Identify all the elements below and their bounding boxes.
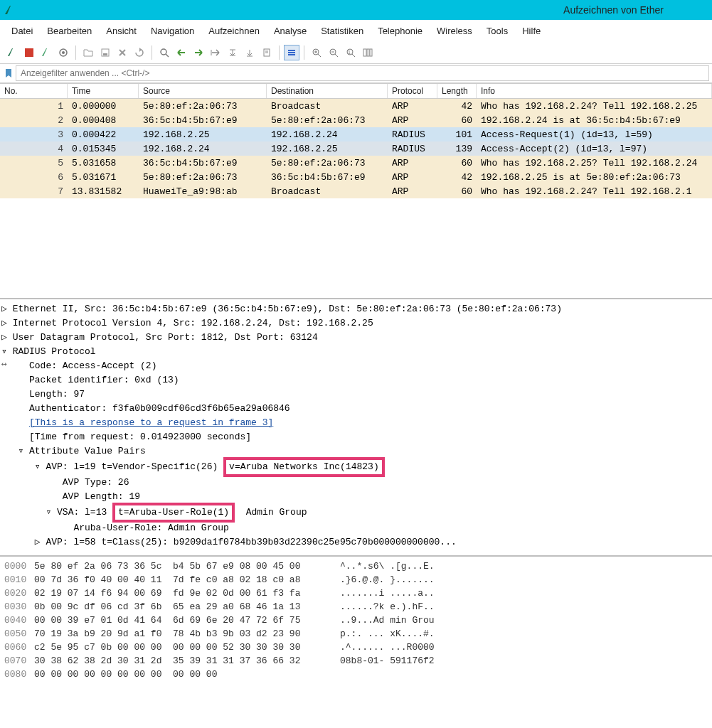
menu-hilfe[interactable]: Hilfe (515, 23, 548, 39)
col-header-source[interactable]: Source (139, 84, 267, 98)
menu-bearbeiten[interactable]: Bearbeiten (40, 23, 99, 39)
highlight-aruba-user-role: t=Aruba-User-Role(1) (112, 503, 235, 523)
menu-telephonie[interactable]: Telephonie (371, 23, 430, 39)
tree-avp-root[interactable]: ▿ Attribute Value Pairs (1, 444, 711, 459)
packet-row[interactable]: ⇠40.015345192.168.2.24192.168.2.25RADIUS… (0, 141, 712, 156)
tree-udp[interactable]: ▷ User Datagram Protocol, Src Port: 1812… (1, 331, 711, 345)
save-file-icon[interactable] (97, 45, 113, 60)
hex-ascii: .......i .....a.. (340, 587, 435, 600)
hex-row[interactable]: 002002 19 07 14 f6 94 00 69 fd 9e 02 0d … (4, 587, 708, 600)
hex-row[interactable]: 00300b 00 9c df 06 cd 3f 6b 65 ea 29 a0 … (4, 600, 708, 614)
hex-bytes: 02 19 07 14 f6 94 00 69 fd 9e 02 0d 00 6… (34, 587, 340, 600)
tree-avp-length[interactable]: AVP Length: 19 (1, 490, 711, 504)
packet-row[interactable]: ⇢30.000422192.168.2.25192.168.2.24RADIUS… (0, 127, 712, 141)
packet-row[interactable]: 65.0316715e:80:ef:2a:06:7336:5c:b4:5b:67… (0, 170, 712, 184)
hex-row[interactable]: 005070 19 3a b9 20 9d a1 f0 78 4b b3 9b … (4, 627, 708, 641)
tree-vsa[interactable]: ▿ VSA: l=13 t=Aruba-User-Role(1) Admin G… (1, 504, 711, 521)
cell: 36:5c:b4:5b:67:e9 (139, 113, 267, 128)
response-frame-link[interactable]: [This is a response to a request in fram… (29, 417, 273, 428)
packet-row[interactable]: 20.00040836:5c:b4:5b:67:e95e:80:ef:2a:06… (0, 113, 712, 127)
packet-details-pane[interactable]: ▷ Ethernet II, Src: 36:5c:b4:5b:67:e9 (3… (0, 298, 712, 555)
cell: 60 (437, 156, 477, 171)
menu-datei[interactable]: Datei (4, 23, 40, 39)
packet-list-pane: No. Time Source Destination Protocol Len… (0, 83, 712, 298)
zoom-reset-icon[interactable]: 1 (343, 45, 358, 60)
cell: ARP (388, 156, 437, 171)
restart-capture-icon[interactable] (38, 45, 54, 60)
cell: Who has 192.168.2.25? Tell 192.168.2.24 (477, 156, 712, 171)
tree-ethernet[interactable]: ▷ Ethernet II, Src: 36:5c:b4:5b:67:e9 (3… (1, 302, 711, 316)
go-forward-icon[interactable] (191, 45, 206, 60)
cell: 192.168.2.24 (139, 141, 267, 156)
cell: 6 (0, 170, 68, 185)
tree-avp-vendor[interactable]: ▿ AVP: l=19 t=Vendor-Specific(26) v=Arub… (1, 459, 711, 476)
tree-radius-length[interactable]: Length: 97 (1, 387, 711, 402)
col-header-protocol[interactable]: Protocol (388, 84, 437, 98)
col-header-destination[interactable]: Destination (267, 84, 388, 98)
menu-tools[interactable]: Tools (479, 23, 515, 39)
cell: 4 (0, 141, 68, 156)
tree-avp-class[interactable]: ▷ AVP: l=58 t=Class(25): b9209da1f0784bb… (1, 535, 711, 550)
stop-capture-icon[interactable] (21, 45, 37, 60)
packet-row[interactable]: 713.831582HuaweiTe_a9:98:abBroadcastARP6… (0, 184, 712, 198)
packet-bytes-pane[interactable]: 00005e 80 ef 2a 06 73 36 5c b4 5b 67 e9 … (0, 555, 712, 684)
cell: RADIUS (388, 141, 437, 156)
go-back-icon[interactable] (174, 45, 189, 60)
go-to-packet-icon[interactable] (208, 45, 223, 60)
col-header-length[interactable]: Length (437, 84, 477, 98)
cell: 5e:80:ef:2a:06:73 (267, 156, 388, 171)
colorize-icon[interactable] (284, 45, 299, 60)
hex-row[interactable]: 001000 7d 36 f0 40 00 40 11 7d fe c0 a8 … (4, 573, 708, 587)
hex-row[interactable]: 004000 00 39 e7 01 0d 41 64 6d 69 6e 20 … (4, 614, 708, 627)
capture-options-icon[interactable] (55, 45, 71, 60)
menu-statistiken[interactable]: Statistiken (314, 23, 371, 39)
hex-ascii: .^...... ...R0000 (340, 641, 435, 654)
hex-row[interactable]: 00005e 80 ef 2a 06 73 36 5c b4 5b 67 e9 … (4, 560, 708, 573)
zoom-in-icon[interactable] (309, 45, 324, 60)
reload-icon[interactable] (132, 45, 147, 60)
menu-analyse[interactable]: Analyse (267, 23, 314, 39)
related-packet-marker-icon: ⇠ (0, 0, 9, 684)
packet-row[interactable]: 55.03165836:5c:b4:5b:67:e95e:80:ef:2a:06… (0, 156, 712, 170)
cell: 42 (437, 99, 477, 114)
auto-scroll-icon[interactable] (259, 45, 275, 60)
col-header-no[interactable]: No. (0, 84, 68, 98)
svg-rect-0 (25, 48, 33, 57)
menubar: Datei Bearbeiten Ansicht Navigation Aufz… (0, 20, 712, 42)
hex-ascii: p.:. ... xK....#. (340, 627, 435, 641)
menu-aufzeichnen[interactable]: Aufzeichnen (201, 23, 267, 39)
tree-vsa-value[interactable]: Aruba-User-Role: Admin Group (1, 521, 711, 535)
packet-row[interactable]: 10.0000005e:80:ef:2a:06:73BroadcastARP42… (0, 99, 712, 113)
hex-row[interactable]: 008000 00 00 00 00 00 00 00 00 00 00 (4, 668, 708, 681)
find-packet-icon[interactable] (156, 45, 172, 60)
menu-ansicht[interactable]: Ansicht (99, 23, 144, 39)
display-filter-input[interactable] (16, 65, 709, 81)
cell: 13.831582 (68, 184, 139, 199)
go-first-icon[interactable] (225, 45, 240, 60)
cell: 192.168.2.25 is at 5e:80:ef:2a:06:73 (477, 170, 712, 185)
tree-ip[interactable]: ▷ Internet Protocol Version 4, Src: 192.… (1, 316, 711, 331)
menu-navigation[interactable]: Navigation (144, 23, 201, 39)
svg-line-20 (335, 54, 338, 57)
tree-radius-auth[interactable]: Authenticator: f3fa0b009cdf06cd3f6b65ea2… (1, 402, 711, 416)
tree-radius[interactable]: ▿ RADIUS Protocol (1, 345, 711, 359)
open-file-icon[interactable] (80, 45, 96, 60)
close-file-icon[interactable] (115, 45, 130, 60)
tree-radius-pktid[interactable]: Packet identifier: 0xd (13) (1, 373, 711, 387)
tree-radius-response-link[interactable]: [This is a response to a request in fram… (1, 416, 711, 430)
menu-wireless[interactable]: Wireless (430, 23, 479, 39)
hex-row[interactable]: 007030 38 62 38 2d 30 31 2d 35 39 31 31 … (4, 654, 708, 668)
zoom-out-icon[interactable] (326, 45, 341, 60)
tree-avp-type[interactable]: AVP Type: 26 (1, 476, 711, 490)
svg-text:1: 1 (348, 50, 351, 55)
col-header-info[interactable]: Info (477, 84, 712, 98)
hex-offset: 0080 (4, 668, 34, 681)
tree-radius-code[interactable]: Code: Access-Accept (2) (1, 359, 711, 373)
hex-row[interactable]: 0060c2 5e 95 c7 0b 00 00 00 00 00 00 52 … (4, 641, 708, 654)
col-header-time[interactable]: Time (68, 84, 139, 98)
packet-list-body[interactable]: 10.0000005e:80:ef:2a:06:73BroadcastARP42… (0, 99, 712, 198)
resize-columns-icon[interactable] (360, 45, 376, 60)
cell: HuaweiTe_a9:98:ab (139, 184, 267, 199)
go-last-icon[interactable] (242, 45, 257, 60)
tree-radius-time[interactable]: [Time from request: 0.014923000 seconds] (1, 430, 711, 444)
